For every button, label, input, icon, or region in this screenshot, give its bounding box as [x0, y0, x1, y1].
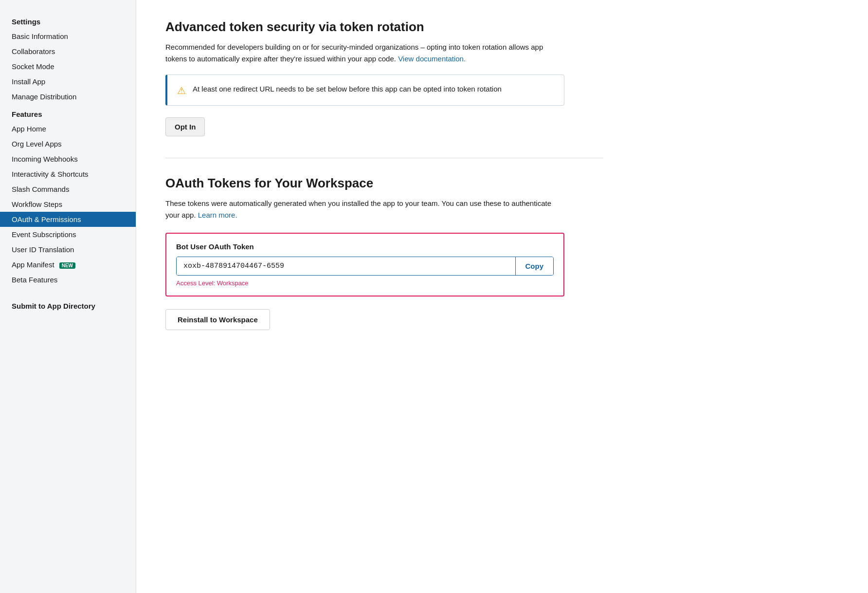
copy-button[interactable]: Copy [515, 257, 554, 275]
sidebar-item-manage-distribution[interactable]: Manage Distribution [0, 89, 136, 104]
alert-box: ⚠ At least one redirect URL needs to be … [165, 74, 564, 106]
sidebar: Settings Basic Information Collaborators… [0, 0, 136, 593]
sidebar-item-oauth-permissions[interactable]: OAuth & Permissions [0, 212, 136, 227]
bot-token-label: Bot User OAuth Token [176, 242, 554, 251]
oauth-tokens-description: These tokens were automatically generate… [165, 198, 564, 221]
new-badge: NEW [59, 262, 75, 269]
warning-icon: ⚠ [177, 85, 186, 96]
bot-token-card: Bot User OAuth Token Copy Access Level: … [165, 233, 564, 296]
access-level-text: Access Level: Workspace [176, 279, 554, 287]
reinstall-button[interactable]: Reinstall to Workspace [165, 309, 270, 330]
sidebar-item-collaborators[interactable]: Collaborators [0, 44, 136, 59]
token-input-row: Copy [176, 257, 554, 276]
view-documentation-link[interactable]: View documentation. [398, 55, 466, 63]
sidebar-item-incoming-webhooks[interactable]: Incoming Webhooks [0, 151, 136, 167]
sidebar-item-interactivity-shortcuts[interactable]: Interactivity & Shortcuts [0, 167, 136, 182]
sidebar-item-org-level-apps[interactable]: Org Level Apps [0, 136, 136, 151]
sidebar-item-app-home[interactable]: App Home [0, 121, 136, 136]
submit-section-label: Submit to App Directory [0, 296, 136, 313]
sidebar-item-socket-mode[interactable]: Socket Mode [0, 59, 136, 74]
learn-more-link[interactable]: Learn more. [198, 211, 237, 219]
main-content: Advanced token security via token rotati… [136, 0, 868, 593]
section-divider [165, 158, 603, 158]
sidebar-item-slash-commands[interactable]: Slash Commands [0, 182, 136, 197]
bot-token-input[interactable] [177, 257, 515, 275]
sidebar-item-beta-features[interactable]: Beta Features [0, 272, 136, 287]
features-section-label: Features [0, 104, 136, 121]
token-security-title: Advanced token security via token rotati… [165, 19, 839, 35]
token-security-description: Recommended for developers building on o… [165, 41, 564, 65]
sidebar-item-app-manifest[interactable]: App Manifest NEW [0, 257, 136, 272]
alert-text: At least one redirect URL needs to be se… [193, 84, 502, 95]
opt-in-button[interactable]: Opt In [165, 117, 205, 136]
sidebar-item-install-app[interactable]: Install App [0, 74, 136, 89]
sidebar-item-workflow-steps[interactable]: Workflow Steps [0, 197, 136, 212]
sidebar-item-event-subscriptions[interactable]: Event Subscriptions [0, 227, 136, 242]
settings-section-label: Settings [0, 12, 136, 29]
sidebar-item-basic-information[interactable]: Basic Information [0, 29, 136, 44]
oauth-tokens-title: OAuth Tokens for Your Workspace [165, 176, 839, 191]
sidebar-item-user-id-translation[interactable]: User ID Translation [0, 242, 136, 257]
